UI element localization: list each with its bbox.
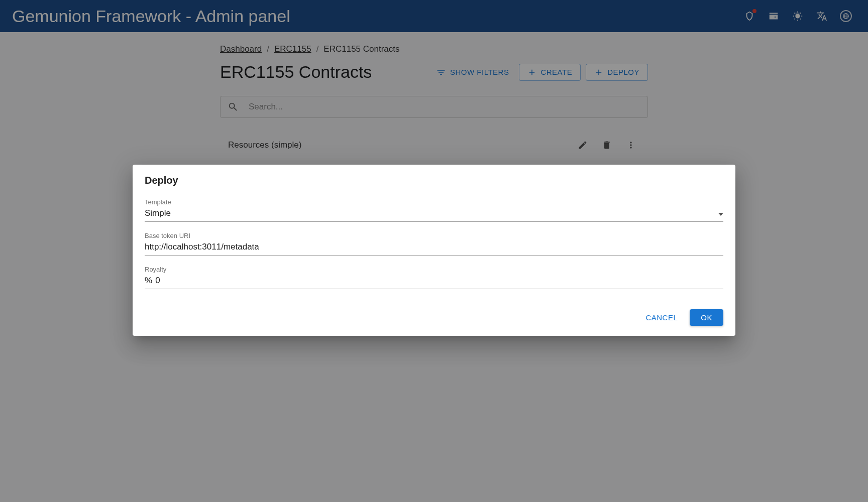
cancel-button[interactable]: CANCEL — [638, 309, 685, 326]
royalty-input[interactable] — [155, 276, 723, 286]
dialog-title: Deploy — [145, 175, 723, 186]
royalty-label: Royalty — [145, 266, 723, 273]
modal-overlay[interactable]: Deploy Template Simple Base token URI Ro… — [0, 0, 868, 502]
template-value: Simple — [145, 208, 718, 218]
base-uri-field: Base token URI — [145, 232, 723, 256]
ok-button[interactable]: OK — [690, 309, 723, 326]
template-field: Template Simple — [145, 198, 723, 222]
base-uri-label: Base token URI — [145, 232, 723, 239]
template-label: Template — [145, 198, 723, 206]
deploy-dialog: Deploy Template Simple Base token URI Ro… — [133, 165, 735, 336]
dialog-actions: CANCEL OK — [145, 309, 723, 326]
royalty-field: Royalty % — [145, 266, 723, 289]
chevron-down-icon — [718, 209, 723, 218]
template-select[interactable]: Simple — [145, 207, 723, 222]
base-uri-input[interactable] — [145, 242, 723, 252]
royalty-prefix: % — [145, 276, 152, 286]
